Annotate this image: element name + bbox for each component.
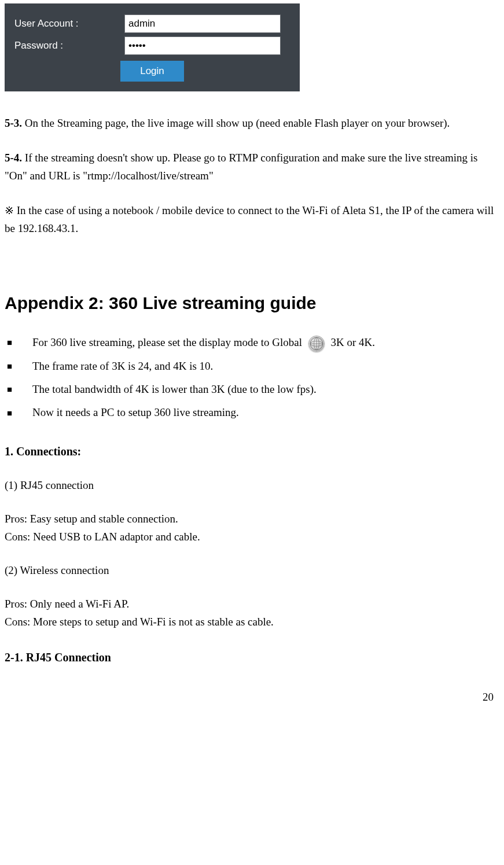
connection-2-label: (2) Wireless connection [5,562,499,579]
bullet-1-post: 3K or 4K. [330,336,375,348]
bullet-4: Now it needs a PC to setup 360 live stre… [32,404,239,421]
rj45-heading: 2-1. RJ45 Connection [5,648,499,667]
appendix-heading: Appendix 2: 360 Live streaming guide [5,289,499,317]
login-box: User Account : Password : Login [5,3,300,91]
step-5-4-text: If the streaming doesn't show up. Please… [5,152,477,181]
connection-2-details: Pros: Only need a Wi-Fi AP. Cons: More s… [5,595,499,631]
step-5-4-label: 5-4. [5,152,22,164]
login-button-row: Login [14,61,290,82]
password-input[interactable] [124,36,281,55]
user-account-input[interactable] [124,14,281,33]
bullet-2: The frame rate of 3K is 24, and 4K is 10… [32,358,213,375]
user-account-row: User Account : [14,14,290,33]
list-item: For 360 live streaming, please set the d… [5,331,499,355]
connection-1-pros: Pros: Easy setup and stable connection. [5,510,499,528]
password-row: Password : [14,36,290,55]
list-item: The frame rate of 3K is 24, and 4K is 10… [5,355,499,378]
connection-2-cons: Cons: More steps to setup and Wi-Fi is n… [5,613,499,631]
connections-heading: 1. Connections: [5,442,499,461]
paragraph-note: ※ In the case of using a notebook / mobi… [5,202,499,237]
step-5-3-label: 5-3. [5,117,22,129]
user-account-label: User Account : [14,16,124,31]
step-5-3-text: On the Streaming page, the live image wi… [22,117,450,129]
page-number: 20 [5,689,499,706]
login-button[interactable]: Login [120,61,184,82]
connection-1-label: (1) RJ45 connection [5,477,499,494]
connection-1-cons: Cons: Need USB to LAN adaptor and cable. [5,528,499,546]
bullet-3: The total bandwidth of 4K is lower than … [32,381,317,398]
paragraph-5-4: 5-4. If the streaming doesn't show up. P… [5,149,499,185]
list-item: Now it needs a PC to setup 360 live stre… [5,401,499,424]
password-label: Password : [14,38,124,53]
connection-1-details: Pros: Easy setup and stable connection. … [5,510,499,546]
global-icon [308,336,325,352]
connection-2-pros: Pros: Only need a Wi-Fi AP. [5,595,499,613]
paragraph-5-3: 5-3. On the Streaming page, the live ima… [5,115,499,132]
list-item: The total bandwidth of 4K is lower than … [5,378,499,401]
bullet-1-pre: For 360 live streaming, please set the d… [32,336,305,348]
bullet-list: For 360 live streaming, please set the d… [5,331,499,425]
